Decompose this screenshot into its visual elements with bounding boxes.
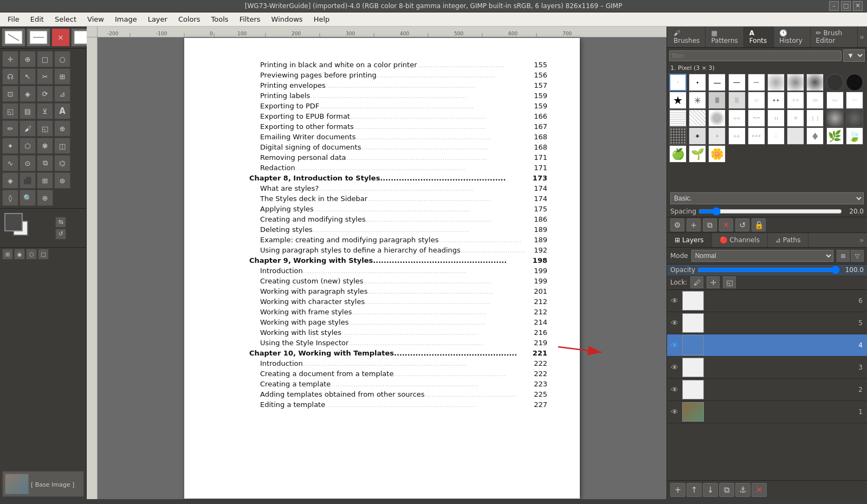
tool-airbrush[interactable]: ⊕ (54, 120, 70, 137)
layer-row-2[interactable]: 👁 2 (667, 379, 867, 401)
layer-raise-btn[interactable]: ↑ (687, 483, 702, 497)
tool-pencil[interactable]: ✏ (2, 120, 18, 137)
canvas-area[interactable]: -200 -100 0 100 200 300 400 500 (87, 27, 667, 499)
brush-t3-5[interactable]: 〜〜 (748, 109, 765, 127)
layer-row-6[interactable]: 👁 6 (667, 290, 867, 312)
menu-filters[interactable]: Filters (234, 14, 266, 25)
tool-extra[interactable]: ⊕ (37, 190, 53, 206)
brush-t3-7[interactable]: ⁞⁞ (787, 109, 804, 127)
canvas-inner[interactable]: Printing in black and white on a color p… (98, 37, 667, 499)
tool-extra5[interactable]: □ (38, 249, 49, 260)
brush-grunge1[interactable]: ▓ (708, 92, 726, 109)
layers-mode-select[interactable]: Normal (691, 250, 833, 262)
brush-scatter5[interactable]: ∵∴ (846, 92, 863, 109)
tool-extra4[interactable]: ⬡ (26, 249, 37, 260)
layer-1-visibility[interactable]: 👁 (669, 406, 680, 417)
layer-row-4[interactable]: 👁 4 (667, 334, 867, 357)
menu-windows[interactable]: Windows (266, 14, 308, 25)
brush-pixel[interactable]: · (669, 74, 687, 91)
tool-mybrush[interactable]: ⬡ (20, 138, 36, 154)
layer-lower-btn[interactable]: ↓ (703, 483, 718, 497)
tab-paths[interactable]: ⊿ Paths (768, 233, 809, 247)
brush-blur-sm[interactable] (767, 74, 785, 91)
layer-3-visibility[interactable]: 👁 (669, 362, 680, 373)
menu-help[interactable]: Help (308, 14, 335, 25)
tool-eraser[interactable]: ◱ (37, 120, 53, 137)
foreground-color[interactable] (4, 213, 23, 231)
tool-align[interactable]: ⊕ (20, 51, 36, 67)
tool-shear[interactable]: ◱ (2, 103, 18, 119)
close-button[interactable]: ✕ (853, 1, 863, 11)
tab-history[interactable]: 🕐 History (774, 27, 810, 47)
tab-channels[interactable]: 🔴 Channels (712, 233, 768, 247)
layer-duplicate-btn[interactable]: ⧉ (719, 483, 734, 497)
menu-layer[interactable]: Layer (143, 14, 173, 25)
layer-4-visibility[interactable]: 👁 (669, 340, 680, 351)
tab-fonts[interactable]: A Fonts (744, 27, 774, 47)
brush-t4-8[interactable]: ♦ (806, 127, 824, 145)
brush-splat[interactable]: ✳ (689, 92, 706, 109)
brush-t4-3[interactable]: ⌖ (708, 127, 726, 145)
tool-crop[interactable]: ⊞ (54, 68, 70, 85)
tool-extra2[interactable]: ⊞ (2, 249, 13, 260)
brush-filter-select[interactable]: ▼ (843, 49, 865, 62)
brush-add-btn[interactable]: + (687, 218, 701, 231)
tool-unified[interactable]: ⊻ (37, 103, 53, 119)
menu-file[interactable]: File (2, 14, 25, 25)
brush-leaf2[interactable]: 🌱 (689, 145, 706, 163)
layer-anchor-btn[interactable]: ⚓ (735, 483, 750, 497)
tool-free-select[interactable]: ☊ (2, 68, 18, 85)
tool-ellipse-select[interactable]: ○ (54, 51, 70, 67)
tool-zoom[interactable]: 🔍 (20, 190, 36, 206)
brush-t3-8[interactable]: ⋮⋮ (806, 109, 824, 127)
brush-t3-2[interactable] (689, 109, 706, 127)
layer-row-3[interactable]: 👁 3 (667, 357, 867, 379)
tool-bucket[interactable]: ⌬ (54, 155, 70, 171)
layer-2-visibility[interactable]: 👁 (669, 384, 680, 395)
brush-grunge2[interactable]: ▒ (728, 92, 746, 109)
brush-scatter3[interactable]: :::: (806, 92, 824, 109)
brush-blur-m[interactable] (787, 74, 804, 91)
tool-blend[interactable]: ◈ (2, 172, 18, 189)
tool-perspective[interactable]: ⊿ (54, 86, 70, 102)
layer-5-visibility[interactable]: 👁 (669, 318, 680, 328)
tool-close-btn[interactable]: ✕ (51, 28, 70, 47)
layer-row-5[interactable]: 👁 5 (667, 312, 867, 334)
tool-clone[interactable]: ◫ (54, 138, 70, 154)
brush-line-l[interactable]: ━━ (748, 74, 765, 91)
lock-position-btn[interactable]: ✛ (707, 276, 720, 288)
brush-t4-6[interactable]: ⁚⁚ (767, 127, 785, 145)
brush-t3-10[interactable] (846, 109, 863, 127)
tool-mode-btn-2[interactable] (27, 28, 50, 47)
layers-mode-icon1[interactable]: ⊞ (837, 250, 850, 262)
tool-rotate[interactable]: ◈ (20, 86, 36, 102)
tool-paths[interactable]: ⊞ (37, 172, 53, 189)
menu-colors[interactable]: Colors (173, 14, 206, 25)
brush-line-m[interactable]: ── (728, 74, 746, 91)
brush-dust[interactable]: ·:· (748, 92, 765, 109)
brush-t4-4[interactable]: ⊹⊹ (728, 127, 746, 145)
document-canvas[interactable]: Printing in black and white on a color p… (184, 38, 580, 499)
menu-image[interactable]: Image (109, 14, 143, 25)
layer-new-btn[interactable]: + (670, 483, 685, 497)
tool-levels[interactable]: ⬛ (20, 172, 36, 189)
brush-duplicate-btn[interactable]: ⧉ (703, 218, 717, 231)
brush-delete-btn[interactable]: ✕ (719, 218, 733, 231)
brush-filter-input[interactable] (669, 50, 842, 61)
brush-t4-2[interactable]: ✤ (689, 127, 706, 145)
tool-measure[interactable]: ⊛ (54, 172, 70, 189)
lock-pixels-btn[interactable]: 🖊 (690, 276, 703, 288)
tool-flip[interactable]: ⟳ (37, 86, 53, 102)
tool-colorpick[interactable]: ◊ (2, 190, 18, 206)
brush-t4-9[interactable]: 🌿 (826, 127, 844, 145)
brush-refresh-btn[interactable]: ↺ (735, 218, 749, 231)
layer-row-1[interactable]: 👁 1 (667, 401, 867, 423)
tool-rect-select[interactable]: □ (37, 51, 53, 67)
tool-smudge[interactable]: ∿ (2, 155, 18, 171)
tool-cursor[interactable]: ↖ (20, 68, 36, 85)
tool-transform[interactable]: ⊡ (2, 86, 18, 102)
tab-brush-editor[interactable]: ✏ Brush Editor (811, 27, 858, 47)
tool-convolve[interactable]: ⧉ (37, 155, 53, 171)
tool-warp[interactable]: ▤ (20, 103, 36, 119)
menu-select[interactable]: Select (49, 14, 82, 25)
